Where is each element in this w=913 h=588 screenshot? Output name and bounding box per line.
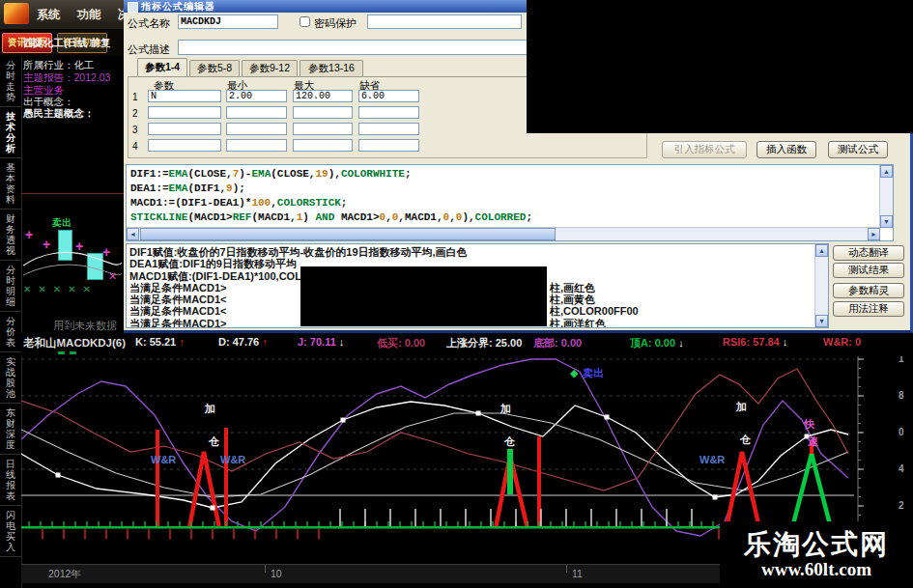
param-cell-input[interactable]: 120.00 — [293, 90, 353, 102]
scroll-right-icon[interactable]: ► — [868, 228, 880, 240]
code-segment: COLORRED — [475, 211, 527, 223]
watermark-site-name: 乐淘公式网 — [744, 530, 889, 559]
param-cell-input[interactable]: 2.00 — [226, 90, 287, 102]
code-line-1: DEA1:=EMA(DIF1,9); — [130, 182, 876, 196]
param-tab-1[interactable]: 参数5-8 — [189, 60, 240, 76]
desc-vertical-scrollbar[interactable]: ▲ ▼ — [814, 244, 828, 327]
code-segment: ; — [341, 197, 348, 209]
watermark: 乐淘公式网 www.60lt.com — [720, 521, 913, 588]
param-cell-input[interactable] — [148, 106, 221, 119]
param-cell-input[interactable] — [293, 123, 353, 135]
param-row-number: 3 — [132, 125, 138, 135]
timeline-label-2: 11 — [572, 568, 583, 579]
param-tab-0[interactable]: 参数1-4 — [137, 58, 187, 76]
param-cell-input[interactable] — [148, 123, 221, 135]
dialog-title-text: 指标公式编辑器 — [141, 0, 215, 14]
param-row-number: 1 — [132, 92, 138, 102]
stock-info-line-2: 主题报告：2012.03 — [23, 71, 110, 85]
code-text[interactable]: DIF1:=EMA(CLOSE,7)-EMA(CLOSE,19),COLORWH… — [127, 165, 880, 228]
formula-editor-dialog: 指标公式编辑器 公式名称 密码保护 公式描述 参数最小最大缺省1N2.00120… — [124, 0, 913, 333]
status-arrow-icon: ↓ — [336, 336, 345, 348]
param-cell-input[interactable] — [226, 123, 287, 135]
code-segment: COLORSTICK — [277, 197, 341, 209]
sidebar-tab-8[interactable]: 日线报表 — [0, 455, 21, 506]
formula-description-pane[interactable]: DIF1赋值:收盘价的7日指数移动平均-收盘价的19日指数移动平均,画白色DEA… — [126, 243, 829, 328]
param-cell-input[interactable] — [358, 123, 419, 135]
code-segment: (CLOSE, — [187, 168, 232, 180]
sidebar-tab-4[interactable]: 分时明细 — [0, 261, 21, 312]
status-item-底部: 底部: 0.00 — [533, 336, 582, 350]
import-indicator-button[interactable]: 引入指标公式 — [662, 141, 747, 158]
code-segment: (MACD1, — [251, 211, 296, 223]
status-arrow-icon: ↓ — [675, 337, 684, 349]
param-tab-2[interactable]: 参数9-12 — [242, 60, 298, 76]
sidebar-tab-9[interactable]: 闪电买入 — [0, 506, 21, 557]
code-segment: EMA — [251, 168, 271, 180]
status-item-WR: W&R: 0 — [823, 336, 861, 348]
param-cell-input[interactable]: N — [148, 90, 221, 102]
code-segment: 9 — [226, 182, 233, 194]
password-input[interactable] — [367, 14, 522, 29]
description-suffix: 柱,画黄色 — [550, 294, 595, 305]
status-arrow-icon: ↑ — [259, 336, 268, 348]
status-label: 低买: — [377, 337, 405, 349]
code-segment: ; — [405, 168, 412, 180]
formula-code-editor[interactable]: DIF1:=EMA(CLOSE,7)-EMA(CLOSE,19),COLORWH… — [126, 164, 894, 241]
test-formula-button[interactable]: 测试公式 — [828, 141, 888, 158]
redaction-box — [300, 266, 547, 326]
status-label: 上涨分界: — [446, 337, 496, 349]
status-arrow-icon: ↑ — [176, 336, 185, 348]
sidebar-tab-7[interactable]: 东财深度 — [0, 404, 21, 455]
param-cell-input[interactable]: 6.00 — [358, 90, 419, 102]
password-protect-checkbox[interactable] — [300, 16, 310, 27]
code-vertical-scrollbar[interactable]: ▲ ▼ — [879, 165, 893, 228]
param-tab-3[interactable]: 参数13-16 — [300, 60, 363, 76]
status-label: 顶A: — [630, 337, 655, 349]
scroll-down-icon[interactable]: ▼ — [815, 315, 828, 327]
status-value: 55.21 — [150, 336, 177, 348]
side-button-0[interactable]: 动态翻译 — [833, 245, 904, 261]
description-suffix: 柱,画洋红色 — [550, 318, 606, 327]
side-button-2[interactable]: 参数精灵 — [833, 283, 904, 298]
status-value: 0.00 — [405, 337, 425, 349]
status-item-D: D: 47.76 ↑ — [218, 336, 268, 348]
param-cell-input[interactable] — [358, 139, 419, 152]
param-cell-input[interactable] — [148, 139, 221, 152]
side-button-3[interactable]: 用法注释 — [833, 301, 904, 317]
timeline-label-0: 2012年 — [48, 568, 81, 581]
code-segment: STICKLINE — [130, 211, 187, 223]
scroll-left-icon[interactable]: ◄ — [127, 228, 139, 240]
scrollbar-thumb[interactable] — [140, 228, 556, 240]
status-value: 0.00 — [561, 337, 582, 349]
code-line-3: STICKLINE(MACD1>REF(MACD1,1) AND MACD1>0… — [130, 210, 876, 225]
app-window: 系统功能决 资讯首页资讯切换 分时走势技术分析基本资料财务透视分时明细分价表实战… — [0, 0, 913, 588]
side-button-1[interactable]: 测试结果 — [833, 263, 904, 278]
stock-info-line-5: 愚民主题概念： — [23, 107, 95, 121]
sidebar-tab-2[interactable]: 基本资料 — [0, 158, 21, 210]
code-segment: ,MACD1, — [398, 211, 442, 223]
param-cell-input[interactable] — [293, 106, 353, 119]
scroll-up-icon[interactable]: ▲ — [815, 244, 828, 257]
sidebar: 分时走势技术分析基本资料财务透视分时明细分价表实战股池东财深度日线报表闪电买入 — [0, 56, 22, 588]
formula-name-input[interactable] — [178, 14, 278, 29]
sidebar-tab-3[interactable]: 财务透视 — [0, 210, 21, 261]
indicator-title: 老和山MACDKDJ(6) — [23, 336, 126, 350]
param-cell-input[interactable] — [293, 139, 353, 152]
param-cell-input[interactable] — [226, 139, 287, 152]
sidebar-tab-6[interactable]: 实战股池 — [0, 352, 21, 404]
scroll-down-icon[interactable]: ▼ — [880, 215, 893, 228]
param-cell-input[interactable] — [358, 106, 419, 119]
status-label: D: — [218, 336, 233, 348]
insert-function-button[interactable]: 插入函数 — [756, 141, 816, 158]
code-segment: AND — [315, 211, 334, 223]
scroll-up-icon[interactable]: ▲ — [880, 165, 893, 178]
formula-desc-label: 公式描述 — [128, 42, 170, 57]
indicator-chart — [21, 355, 910, 543]
param-cell-input[interactable] — [226, 106, 287, 119]
status-value: 47.76 — [233, 336, 260, 348]
mini-green-mark — [70, 351, 76, 354]
sidebar-tab-5[interactable]: 分价表 — [0, 312, 21, 352]
code-segment: , — [449, 211, 456, 223]
code-horizontal-scrollbar[interactable]: ◄ ► — [127, 227, 880, 240]
code-line-0: DIF1:=EMA(CLOSE,7)-EMA(CLOSE,19),COLORWH… — [130, 167, 876, 182]
